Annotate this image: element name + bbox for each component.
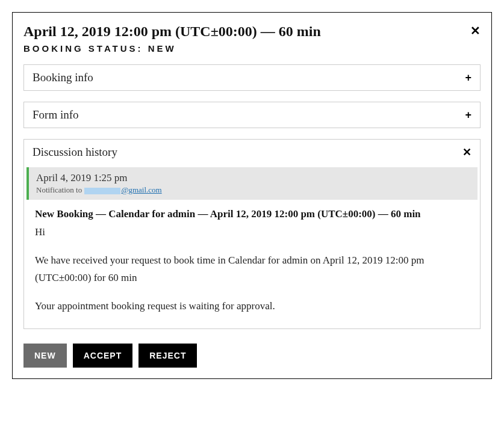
booking-modal: April 12, 2019 12:00 pm (UTC±00:00) — 60…: [12, 12, 492, 379]
message-greeting: Hi: [35, 224, 469, 241]
discussion-history-section: Discussion history ✕ April 4, 2019 1:25 …: [23, 139, 481, 329]
notification-recipient: Notification to @gmail.com: [36, 185, 470, 195]
booking-info-accordion[interactable]: Booking info +: [23, 64, 481, 91]
collapse-icon: ✕: [462, 146, 471, 159]
form-info-accordion[interactable]: Form info +: [23, 102, 481, 128]
accept-button[interactable]: Accept: [73, 344, 133, 368]
recipient-email-link[interactable]: @gmail.com: [84, 185, 161, 194]
accordion-label: Discussion history: [33, 146, 117, 159]
discussion-entry-header: April 4, 2019 1:25 pm Notification to @g…: [26, 167, 478, 200]
message-subject: New Booking — Calendar for admin — April…: [35, 208, 469, 220]
message-paragraph: Your appointment booking request is wait…: [35, 298, 469, 315]
accordion-label: Form info: [33, 108, 79, 122]
entry-timestamp: April 4, 2019 1:25 pm: [36, 172, 470, 184]
expand-icon: +: [465, 72, 471, 84]
modal-title: April 12, 2019 12:00 pm (UTC±00:00) — 60…: [23, 23, 481, 40]
discussion-history-accordion[interactable]: Discussion history ✕: [24, 140, 480, 165]
modal-header: April 12, 2019 12:00 pm (UTC±00:00) — 60…: [23, 23, 481, 54]
close-icon[interactable]: ✕: [470, 25, 481, 37]
new-button[interactable]: New: [23, 344, 67, 368]
email-domain: @gmail.com: [121, 185, 161, 194]
expand-icon: +: [465, 109, 471, 122]
notif-prefix: Notification to: [36, 185, 84, 194]
message-paragraph: We have received your request to book ti…: [35, 252, 469, 287]
reject-button[interactable]: Reject: [138, 344, 197, 368]
message-text: Hi We have received your request to book…: [35, 224, 469, 315]
action-buttons: New Accept Reject: [23, 344, 481, 368]
message-body[interactable]: New Booking — Calendar for admin — April…: [26, 202, 478, 326]
booking-status: BOOKING STATUS: NEW: [23, 43, 481, 54]
accordion-label: Booking info: [33, 71, 93, 84]
redacted-name: [84, 188, 120, 194]
